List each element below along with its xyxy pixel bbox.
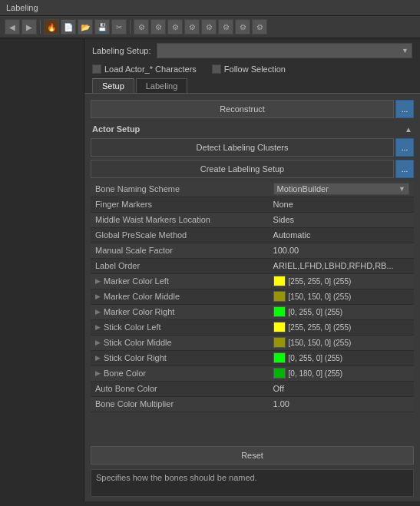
property-name: Marker Color Middle [104,292,180,301]
status-bar: Specifies how the bones should be named. [91,469,414,497]
table-row: ▶Bone Color[0, 180, 0] (255) [91,365,414,381]
title-bar: Labeling [0,0,420,16]
expand-arrow-icon[interactable]: ▶ [95,354,101,362]
property-name: Manual Scale Factor [91,243,269,258]
load-actor-checkbox-item[interactable]: Load Actor_* Characters [92,64,197,74]
color-value: [150, 150, 0] (255) [289,339,352,347]
color-swatch [273,368,286,379]
toolbar-icon-3[interactable]: 🔥 [44,19,59,35]
property-name: Finger Markers [91,197,269,212]
create-more-button[interactable]: ... [395,160,414,178]
toolbar-sep-2 [130,20,131,34]
table-row: ▶Marker Color Left[255, 255, 0] (255) [91,273,414,289]
table-row: ▶Marker Color Right[0, 255, 0] (255) [91,304,414,319]
properties-table-container: Bone Naming SchemeMotionBuilder▼Finger M… [91,181,414,442]
color-value: [0, 255, 0] (255) [289,308,343,316]
color-value: [150, 150, 0] (255) [289,293,352,301]
property-name: Label Order [91,258,269,273]
property-name: Bone Color Multiplier [91,396,269,412]
title-label: Labeling [6,3,38,12]
status-text: Specifies how the bones should be named. [96,473,257,482]
table-row: ▶Stick Color Middle[150, 150, 0] (255) [91,335,414,350]
expand-arrow-icon[interactable]: ▶ [95,308,101,316]
toolbar-icon-1[interactable]: ◀ [5,19,20,35]
expand-arrow-icon[interactable]: ▶ [95,369,101,377]
color-swatch [273,322,286,332]
detect-clusters-bar: Detect Labeling Clusters ... [91,138,414,157]
property-name: Stick Color Right [104,353,167,362]
toolbar-icon-14[interactable]: ⚙ [235,19,250,35]
load-actor-checkbox[interactable] [92,64,101,74]
collapse-arrow-icon[interactable]: ▲ [405,125,412,134]
labeling-setup-dropdown[interactable]: ▼ [157,43,412,58]
reconstruct-button[interactable]: Reconstruct [91,100,394,118]
property-name: Auto Bone Color [91,381,269,396]
table-row: ▶Marker Color Middle[150, 150, 0] (255) [91,289,414,304]
toolbar-icon-15[interactable]: ⚙ [252,19,267,35]
property-name: Global PreScale Method [91,227,269,243]
toolbar-icon-4[interactable]: 📄 [61,19,76,35]
toolbar-sep-1 [40,20,41,34]
expand-arrow-icon[interactable]: ▶ [95,293,101,300]
property-value[interactable]: Sides [269,212,414,227]
property-name: Stick Color Left [104,322,161,332]
bone-naming-dropdown[interactable]: MotionBuilder▼ [273,183,409,195]
property-name: Stick Color Middle [104,338,172,347]
tab-setup[interactable]: Setup [92,78,134,93]
property-name: Marker Color Left [104,276,169,286]
tab-labeling[interactable]: Labeling [136,78,188,93]
tabs-row: Setup Labeling [84,78,420,93]
checkbox-row: Load Actor_* Characters Follow Selection [84,63,420,78]
create-setup-button[interactable]: Create Labeling Setup [91,160,394,178]
follow-selection-label: Follow Selection [224,64,286,74]
table-row: Finger MarkersNone [91,197,414,212]
toolbar-icon-12[interactable]: ⚙ [201,19,217,35]
color-swatch [273,352,286,363]
tab-content: Reconstruct ... Actor Setup ▲ Detect Lab… [84,93,420,501]
table-row: Manual Scale Factor100.00 [91,243,414,258]
toolbar-icon-10[interactable]: ⚙ [167,19,183,35]
property-value[interactable]: Automatic [269,227,414,243]
toolbar-icon-8[interactable]: ⚙ [134,19,149,35]
toolbar-icon-6[interactable]: 💾 [94,19,110,35]
expand-arrow-icon[interactable]: ▶ [95,323,101,331]
dropdown-arrow-icon: ▼ [399,185,405,193]
table-row: Label OrderARIEL,LFHD,LBHD,RFHD,RB... [91,258,414,273]
table-row: Global PreScale MethodAutomatic [91,227,414,243]
toolbar-icon-7[interactable]: ✂ [111,19,127,35]
color-swatch [273,306,286,317]
follow-selection-checkbox-item[interactable]: Follow Selection [212,64,286,74]
toolbar-icon-9[interactable]: ⚙ [150,19,166,35]
left-panel [0,38,84,501]
property-name: Middle Waist Markers Location [91,212,269,227]
dropdown-arrow-icon: ▼ [402,47,408,55]
table-row: Middle Waist Markers LocationSides [91,212,414,227]
table-row: Bone Naming SchemeMotionBuilder▼ [91,181,414,197]
property-value[interactable]: Off [269,381,414,396]
toolbar-icon-5[interactable]: 📂 [78,19,93,35]
toolbar-icon-11[interactable]: ⚙ [184,19,200,35]
property-value[interactable]: ARIEL,LFHD,LBHD,RFHD,RB... [269,258,414,273]
detect-more-button[interactable]: ... [395,138,414,157]
color-swatch [273,337,286,348]
follow-selection-checkbox[interactable] [212,64,221,74]
toolbar-icon-2[interactable]: ▶ [21,19,37,35]
toolbar-icon-13[interactable]: ⚙ [218,19,233,35]
property-value[interactable]: 1.00 [269,396,414,412]
color-swatch [273,291,286,302]
property-name: Bone Naming Scheme [91,181,269,197]
table-row: ▶Stick Color Left[255, 255, 0] (255) [91,319,414,335]
color-swatch [273,276,286,286]
property-value[interactable]: 100.00 [269,243,414,258]
expand-arrow-icon[interactable]: ▶ [95,277,101,285]
detect-clusters-button[interactable]: Detect Labeling Clusters [91,138,394,157]
labeling-setup-label: Labeling Setup: [92,46,150,55]
table-row: Bone Color Multiplier1.00 [91,396,414,412]
reconstruct-bar: Reconstruct ... [91,100,414,118]
color-value: [255, 255, 0] (255) [289,323,352,332]
reconstruct-more-button[interactable]: ... [395,100,414,118]
expand-arrow-icon[interactable]: ▶ [95,339,101,346]
content-panel: Labeling Setup: ▼ Load Actor_* Character… [84,38,420,501]
reset-button[interactable]: Reset [91,446,414,465]
property-value[interactable]: None [269,197,414,212]
